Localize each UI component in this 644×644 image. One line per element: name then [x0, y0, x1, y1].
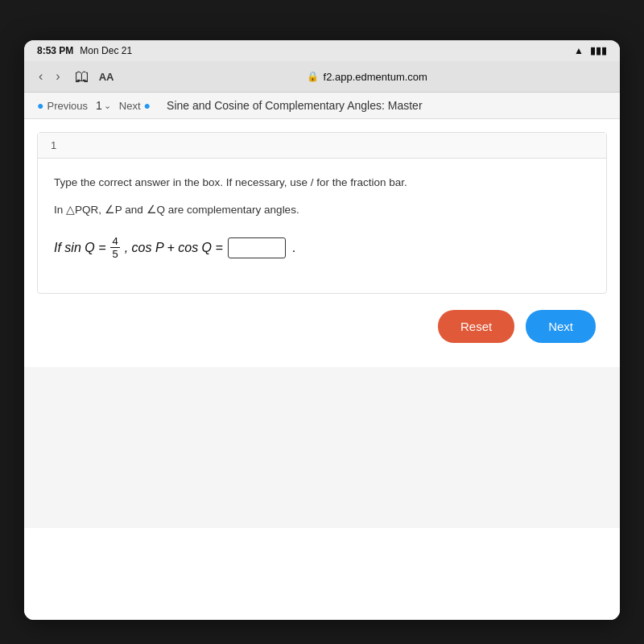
question-body: Type the correct answer in the box. If n…: [38, 159, 606, 293]
tablet-frame: 8:53 PM Mon Dec 21 ▲ ▮▮▮ ‹ › 🕮 AA 🔒 f2.a…: [24, 40, 620, 620]
lock-icon: 🔒: [307, 71, 319, 82]
reset-button[interactable]: Reset: [438, 310, 514, 343]
fraction-denominator: 5: [110, 248, 119, 261]
question-number: 1: [51, 139, 56, 151]
page-number-container[interactable]: 1 ⌄: [96, 99, 111, 112]
address-bar[interactable]: 🔒 f2.app.edmentum.com: [123, 71, 610, 83]
buttons-row: Reset Next: [24, 310, 596, 343]
aa-button[interactable]: AA: [99, 71, 114, 83]
bottom-content: [24, 367, 620, 528]
browser-nav: ‹ ›: [34, 68, 65, 85]
status-icons: ▲ ▮▮▮: [574, 45, 607, 56]
battery-icon: ▮▮▮: [590, 45, 607, 56]
context-text: In △PQR, ∠P and ∠Q are complementary ang…: [54, 202, 590, 218]
equation-dot: .: [292, 241, 295, 255]
chevron-down-icon: ⌄: [104, 101, 111, 111]
browser-chrome: ‹ › 🕮 AA 🔒 f2.app.edmentum.com: [24, 61, 620, 93]
next-nav-label: Next: [119, 100, 141, 112]
instruction-text: Type the correct answer in the box. If n…: [54, 175, 590, 191]
status-date: Mon Dec 21: [80, 45, 132, 56]
prev-arrow-icon: ●: [37, 99, 43, 112]
question-number-bar: 1: [38, 133, 606, 159]
back-button[interactable]: ‹: [34, 68, 47, 85]
math-equation: If sin Q = 4 5 , cos P + cos Q = .: [54, 235, 590, 261]
equation-middle: , cos P + cos Q =: [125, 241, 223, 255]
toolbar: ● Previous 1 ⌄ Next ● Sine and Cosine of…: [24, 93, 620, 119]
previous-label: Previous: [47, 100, 88, 112]
equation-prefix: If sin Q =: [54, 241, 105, 255]
page-number: 1: [96, 99, 102, 112]
url-text: f2.app.edmentum.com: [324, 71, 427, 83]
wifi-icon: ▲: [574, 45, 584, 56]
question-container: 1 Type the correct answer in the box. If…: [37, 132, 607, 294]
status-time: 8:53 PM: [37, 45, 73, 56]
toolbar-title: Sine and Cosine of Complementary Angles:…: [167, 99, 423, 112]
main-content: 1 Type the correct answer in the box. If…: [24, 119, 620, 620]
bookmarks-icon[interactable]: 🕮: [75, 68, 89, 85]
next-button[interactable]: Next: [526, 310, 596, 343]
previous-button[interactable]: ● Previous: [37, 99, 88, 112]
fraction-numerator: 4: [110, 235, 119, 249]
forward-button[interactable]: ›: [51, 68, 64, 85]
math-fraction: 4 5: [110, 235, 119, 261]
next-arrow-icon: ●: [144, 99, 151, 112]
status-bar: 8:53 PM Mon Dec 21 ▲ ▮▮▮: [24, 40, 620, 61]
answer-input[interactable]: [228, 237, 286, 258]
next-nav-button[interactable]: Next ●: [119, 99, 151, 112]
